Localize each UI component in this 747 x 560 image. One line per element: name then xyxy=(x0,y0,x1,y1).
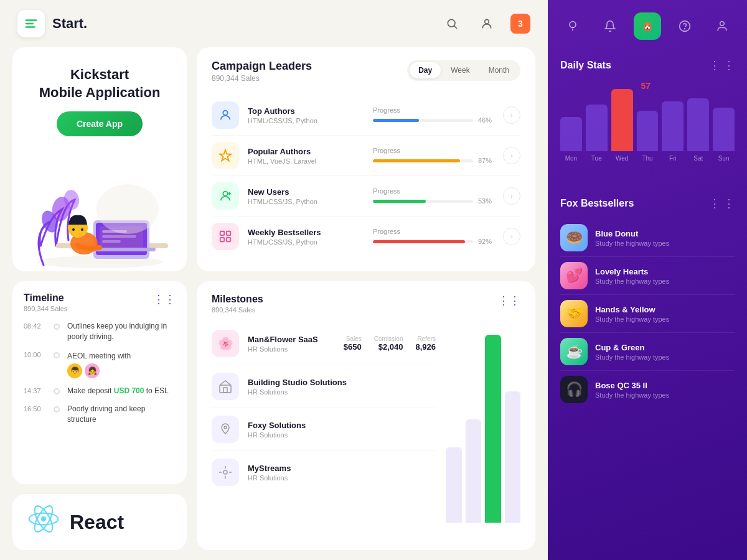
timeline-item-1650: 16:50 Poorly driving and keep structure xyxy=(24,404,176,425)
chart-peak-value: 57 xyxy=(641,81,651,91)
campaign-card: Campaign Leaders 890,344 Sales Day Week … xyxy=(197,47,535,271)
campaign-row-top-authors: Top Authors HTML/CSS/JS, Python Progress… xyxy=(212,95,520,136)
bestseller-bose-qc35[interactable]: 🎧 Bose QC 35 II Study the highway types xyxy=(560,371,735,408)
popular-authors-icon xyxy=(212,142,239,169)
svg-point-24 xyxy=(223,192,227,196)
chart-bar-fri: Fri xyxy=(662,101,684,162)
svg-line-4 xyxy=(454,26,457,29)
right-sidebar: Daily Stats ⋮ ⋮ 57 Mon Tue Wed xyxy=(548,0,747,560)
bestseller-lovely-hearts[interactable]: 💕 Lovely Hearts Study the highway types xyxy=(560,257,735,295)
timeline-options-icon[interactable]: ⋮⋮ xyxy=(153,292,176,306)
milestones-chart xyxy=(446,322,520,529)
timeline-card: Timeline 890,344 Sales ⋮⋮ 08:42 Outlines… xyxy=(12,281,187,484)
react-card: React xyxy=(12,494,187,550)
fox-bestsellers-section: Fox Bestsellers ⋮ ⋮ 🍩 Blue Donut Study t… xyxy=(548,187,747,560)
sidebar-nav-user[interactable] xyxy=(708,12,736,40)
svg-rect-16 xyxy=(102,240,121,243)
campaign-header: Campaign Leaders 890,344 Sales Day Week … xyxy=(212,60,520,83)
popular-authors-arrow[interactable]: › xyxy=(503,147,520,164)
svg-point-37 xyxy=(224,426,227,429)
svg-rect-27 xyxy=(220,231,224,235)
chart-bars: Mon Tue Wed Thu xyxy=(560,81,735,162)
chart-bar-thu: Thu xyxy=(637,111,659,162)
fox-bestsellers-options[interactable]: ⋮ ⋮ xyxy=(709,197,735,210)
new-users-info: New Users HTML/CSS/JS, Python xyxy=(248,187,367,205)
react-label: React xyxy=(70,511,124,534)
weekly-bestsellers-icon xyxy=(212,223,239,250)
milestones-subtitle: 890,344 Sales xyxy=(212,306,263,314)
header-left: Start. xyxy=(17,10,87,37)
blue-donut-thumb: 🍩 xyxy=(560,224,588,251)
top-authors-progress: Progress 46% xyxy=(367,106,498,124)
chart-bar-mon: Mon xyxy=(560,117,582,162)
milestones-options-icon[interactable]: ⋮⋮ xyxy=(498,294,520,307)
svg-point-3 xyxy=(448,19,455,27)
svg-rect-15 xyxy=(102,235,136,238)
logo-text: Start. xyxy=(52,16,87,32)
fox-bestsellers-title: Fox Bestsellers xyxy=(560,198,634,209)
weekly-bestsellers-arrow[interactable]: › xyxy=(503,228,520,245)
svg-point-5 xyxy=(485,19,489,24)
search-icon[interactable] xyxy=(441,12,463,35)
bestseller-blue-donut[interactable]: 🍩 Blue Donut Study the highway types xyxy=(560,219,735,257)
svg-point-22 xyxy=(96,184,159,234)
new-users-arrow[interactable]: › xyxy=(503,187,520,205)
timeline-item-1437: 14:37 Make deposit USD 700 to ESL xyxy=(24,386,176,396)
top-authors-arrow[interactable]: › xyxy=(503,106,520,124)
logo-icon xyxy=(17,10,45,37)
popular-authors-progress: Progress 87% xyxy=(367,147,498,164)
bose-qc35-thumb: 🎧 xyxy=(560,376,588,403)
kickstart-card: Kickstart Mobile Application Create App xyxy=(12,47,187,271)
daily-stats-header: Daily Stats ⋮ ⋮ xyxy=(560,58,735,72)
svg-point-39 xyxy=(570,22,576,28)
weekly-bestsellers-info: Weekly Bestsellers HTML/CSS/JS, Python xyxy=(248,228,367,246)
svg-rect-30 xyxy=(227,238,230,241)
bestseller-cup-green[interactable]: ☕ Cup & Green Study the highway types xyxy=(560,333,735,371)
sidebar-nav-bulb[interactable] xyxy=(559,12,586,40)
sidebar-nav-fox[interactable] xyxy=(634,12,661,40)
milestones-list: 🌸 Man&Flower SaaS HR Solutions Sales $65… xyxy=(212,322,436,529)
svg-point-50 xyxy=(685,29,685,29)
weekly-bestsellers-progress: Progress 92% xyxy=(367,228,498,245)
main-area: Start. 3 xyxy=(0,0,548,560)
svg-point-51 xyxy=(720,22,725,26)
timeline-item-0842: 08:42 Outlines keep you indulging in poo… xyxy=(24,321,176,342)
timeline-subtitle: 890,344 Sales xyxy=(24,305,67,312)
svg-rect-36 xyxy=(223,388,227,393)
bestseller-hands-yellow[interactable]: 🤝 Hands & Yellow Study the highway types xyxy=(560,295,735,333)
sidebar-nav-bell[interactable] xyxy=(596,12,624,40)
timeline-header: Timeline 890,344 Sales ⋮⋮ xyxy=(24,292,176,312)
tab-week[interactable]: Week xyxy=(442,62,478,78)
kickstart-title-area: Kickstart Mobile Application Create App xyxy=(39,66,161,136)
tab-group: Day Week Month xyxy=(407,60,520,81)
milestones-header: Milestones 890,344 Sales ⋮⋮ xyxy=(212,294,520,314)
sidebar-nav-help[interactable] xyxy=(671,12,698,40)
create-app-button[interactable]: Create App xyxy=(57,111,143,136)
top-authors-info: Top Authors HTML/CSS/JS, Python xyxy=(248,106,367,124)
svg-point-48 xyxy=(649,26,650,27)
kickstart-title: Kickstart Mobile Application xyxy=(39,66,161,101)
cup-green-thumb: ☕ xyxy=(560,338,588,365)
foxy-icon xyxy=(212,416,239,443)
manflower-icon: 🌸 xyxy=(212,330,239,357)
top-authors-icon xyxy=(212,101,239,129)
left-bottom-col: Timeline 890,344 Sales ⋮⋮ 08:42 Outlines… xyxy=(12,281,187,550)
svg-point-23 xyxy=(223,111,227,115)
popular-authors-info: Popular Authors HTML, VueJS, Laravel xyxy=(248,147,367,165)
milestone-row-foxy: Foxy Solutions HR Solutions xyxy=(212,408,436,451)
new-users-icon xyxy=(212,182,239,210)
milestones-card: Milestones 890,344 Sales ⋮⋮ 🌸 Man&Flower… xyxy=(197,281,535,550)
user-icon[interactable] xyxy=(476,12,498,35)
chart-bar-sat: Sat xyxy=(687,98,709,162)
sidebar-nav xyxy=(548,0,747,52)
hands-yellow-thumb: 🤝 xyxy=(560,300,588,327)
milestones-title: Milestones xyxy=(212,294,263,305)
timeline-avatars: 👦 👧 xyxy=(67,363,131,378)
manflower-stats: Sales $650 Comission $2,040 Refers 8,926 xyxy=(344,335,436,352)
notification-badge[interactable]: 3 xyxy=(510,14,530,34)
timeline-title: Timeline xyxy=(24,292,67,304)
tab-day[interactable]: Day xyxy=(410,62,441,78)
svg-point-21 xyxy=(81,228,83,231)
daily-stats-options[interactable]: ⋮ ⋮ xyxy=(709,58,735,72)
tab-month[interactable]: Month xyxy=(480,62,518,78)
